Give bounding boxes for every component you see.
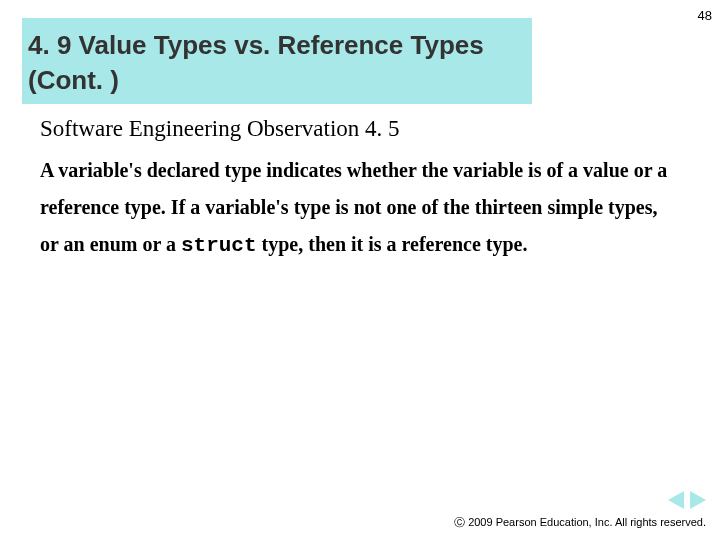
section-title: 4. 9 Value Types vs. Reference Types (Co…: [22, 18, 532, 104]
nav-arrows: [668, 491, 706, 509]
prev-slide-icon[interactable]: [668, 491, 684, 509]
code-keyword-struct: struct: [181, 234, 257, 257]
body-text-after: type, then it is a reference type.: [257, 233, 528, 255]
page-number: 48: [698, 8, 712, 23]
section-title-line2: (Cont. ): [28, 65, 119, 95]
copyright-text: Ⓒ 2009 Pearson Education, Inc. All right…: [454, 515, 706, 530]
footer: Ⓒ 2009 Pearson Education, Inc. All right…: [454, 491, 706, 530]
next-slide-icon[interactable]: [690, 491, 706, 509]
section-title-line1: 4. 9 Value Types vs. Reference Types: [28, 30, 484, 60]
observation-title: Software Engineering Observation 4. 5: [40, 116, 720, 142]
body-paragraph: A variable's declared type indicates whe…: [40, 152, 680, 266]
